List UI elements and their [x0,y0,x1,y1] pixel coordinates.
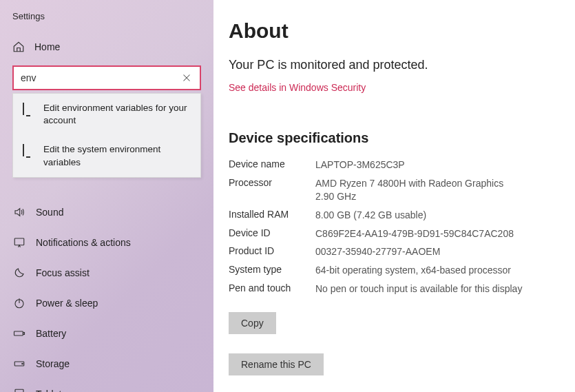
spec-label-pen-touch: Pen and touch [229,282,315,296]
sidebar-item-battery[interactable]: Battery [0,318,213,349]
spec-value-ram: 8.00 GB (7.42 GB usable) [315,209,560,222]
notifications-icon [12,236,26,249]
suggestion-edit-user-env[interactable]: Edit environment variables for your acco… [13,94,200,135]
svg-rect-2 [14,238,24,245]
spec-value-system-type: 64-bit operating system, x64-based proce… [315,264,560,277]
spec-label-system-type: System type [229,264,315,277]
nav-label: Sound [36,207,63,218]
moon-icon [12,266,26,280]
sound-icon [12,205,26,219]
svg-rect-9 [15,389,23,392]
search-input[interactable] [21,72,179,83]
sidebar-item-tablet[interactable]: Tablet [0,379,213,392]
svg-rect-5 [14,331,23,336]
power-icon [12,296,26,310]
home-label: Home [34,41,60,52]
sidebar-nav: Sound Notifications & actions Focus assi… [0,197,213,392]
main-content: About Your PC is monitored and protected… [213,0,575,392]
spec-label-device-id: Device ID [229,227,315,240]
suggestion-edit-system-env[interactable]: Edit the system environment variables [13,135,200,176]
spec-value-device-id: C869F2E4-AA19-479B-9D91-59C84C7AC208 [315,227,560,240]
spec-value-device-name: LAPTOP-3M625C3P [315,158,560,172]
spec-value-product-id: 00327-35940-27797-AAOEM [315,245,560,258]
spec-value-processor-line1: AMD Ryzen 7 4800H with Radeon Graphics [315,178,503,189]
sidebar-item-focus-assist[interactable]: Focus assist [0,258,213,288]
nav-label: Tablet [36,389,61,392]
spec-value-pen-touch: No pen or touch input is available for t… [315,282,560,296]
spec-value-processor: AMD Ryzen 7 4800H with Radeon Graphics 2… [315,177,560,203]
battery-icon [12,327,26,340]
settings-sidebar: Settings Home Edit environment variables… [0,0,213,392]
security-link[interactable]: See details in Windows Security [229,82,366,93]
spec-label-product-id: Product ID [229,245,315,258]
storage-icon [12,357,26,371]
monitor-icon [23,103,35,113]
suggestion-label: Edit environment variables for your acco… [43,102,191,127]
suggestion-label: Edit the system environment variables [43,143,191,168]
svg-point-8 [22,363,23,364]
nav-label: Storage [36,358,70,369]
sidebar-item-home[interactable]: Home [0,34,213,65]
spec-value-processor-line2: 2.90 GHz [315,190,560,203]
device-spec-table: Device name LAPTOP-3M625C3P Processor AM… [229,158,560,296]
search-suggestions: Edit environment variables for your acco… [12,93,201,178]
rename-pc-button[interactable]: Rename this PC [229,353,324,375]
tablet-icon [12,387,26,392]
svg-rect-6 [23,332,25,334]
protected-status: Your PC is monitored and protected. [229,58,560,72]
sidebar-item-sound[interactable]: Sound [0,197,213,227]
spec-label-ram: Installed RAM [229,209,315,222]
sidebar-item-power-sleep[interactable]: Power & sleep [0,288,213,318]
spec-label-device-name: Device name [229,158,315,172]
copy-button[interactable]: Copy [229,312,276,334]
device-spec-heading: Device specifications [229,130,560,146]
spec-label-processor: Processor [229,177,315,203]
home-icon [12,41,25,53]
page-title: About [229,19,560,43]
sidebar-item-storage[interactable]: Storage [0,349,213,379]
nav-label: Power & sleep [36,298,98,309]
nav-label: Battery [36,328,66,339]
search-box[interactable] [12,65,201,90]
clear-search-icon[interactable] [179,70,194,85]
sidebar-item-notifications[interactable]: Notifications & actions [0,227,213,258]
window-title: Settings [0,7,213,34]
nav-label: Focus assist [36,267,90,278]
monitor-icon [23,145,35,154]
nav-label: Notifications & actions [36,237,131,248]
